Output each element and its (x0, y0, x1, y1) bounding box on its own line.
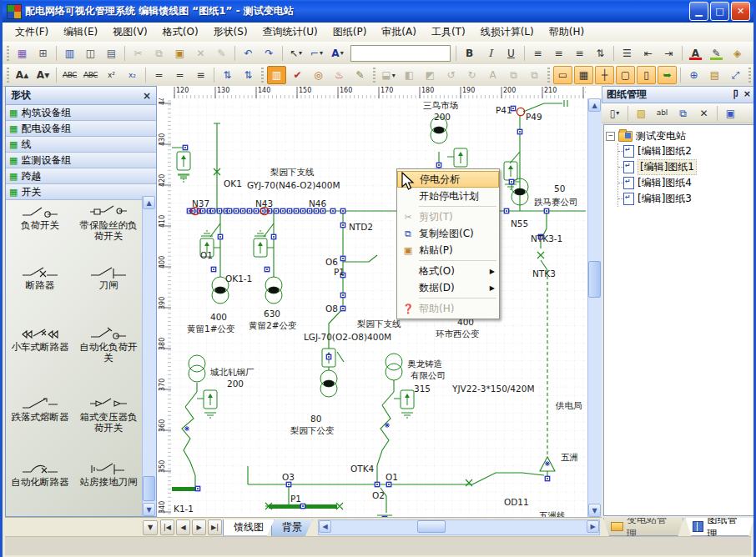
increase-indent-button[interactable]: ⇥ (659, 44, 678, 63)
menu-l[interactable]: 线损计算(L) (473, 23, 542, 42)
send-backward-button[interactable]: ⧉ (525, 66, 544, 84)
scroll-up-icon[interactable]: ▲ (143, 196, 155, 209)
highlight-color-button[interactable]: ✎ (707, 44, 726, 63)
increase-font-button[interactable]: A▴ (13, 66, 32, 84)
exit-edit-button[interactable]: ➥ (658, 66, 677, 84)
maximize-button[interactable]: □ (710, 2, 729, 21)
last-sheet-button[interactable]: ▶| (208, 519, 222, 535)
fill-color-button[interactable]: ◈ (728, 44, 747, 63)
shapes-scrollbar[interactable]: ▲ ▼ (142, 196, 156, 516)
tree-item-sheet-2[interactable]: [编辑]图纸1 (618, 159, 752, 175)
page-breaks-toggle-button[interactable]: ▯ (637, 66, 656, 84)
export-sheet-button[interactable]: ▣ (721, 104, 740, 123)
rotate-text-button[interactable]: A (483, 66, 502, 84)
flip-vertical-button[interactable]: ◩ (421, 66, 440, 84)
shape-group-1[interactable]: ▦配电设备组 (6, 121, 156, 137)
glue-toggle-button[interactable]: ▢ (616, 66, 635, 84)
align-right-button[interactable]: ≡ (570, 44, 589, 63)
copy-button[interactable]: ⧉ (149, 44, 169, 63)
stencil-ground-knife-switch[interactable]: 站房接地刀闸 (74, 459, 143, 514)
stamp-button[interactable]: ♨ (330, 66, 349, 84)
close-icon[interactable]: × (743, 88, 751, 101)
decrease-font-button[interactable]: A▾ (33, 66, 53, 84)
menu-u[interactable]: 查询统计(U) (255, 23, 325, 42)
menu-t[interactable]: 工具(T) (424, 23, 473, 42)
tree-item-sheet-3[interactable]: [编辑]图纸4 (618, 175, 752, 191)
superscript-button[interactable]: x² (102, 66, 121, 84)
bullet-list-button[interactable]: ☰ (617, 44, 637, 63)
toolbar-grip[interactable] (748, 68, 751, 83)
bring-forward-button[interactable]: ⧉ (504, 66, 523, 84)
scroll-down-icon[interactable]: ▼ (588, 504, 601, 517)
insert-picture-button[interactable]: ▥ (267, 66, 286, 84)
shape-group-2[interactable]: ▦线 (6, 137, 156, 153)
connector-arrows-button[interactable]: ⤢ (726, 66, 745, 84)
guides-toggle-button[interactable]: ┼ (595, 66, 614, 84)
decrease-indent-button[interactable]: ⇤ (638, 44, 658, 63)
redo-button[interactable]: ↷ (260, 44, 279, 63)
flip-horizontal-button[interactable]: ◧ (400, 66, 419, 84)
scroll-thumb[interactable] (143, 476, 155, 501)
cut-button[interactable]: ✂ (129, 44, 148, 63)
underline-button[interactable]: U (501, 44, 521, 63)
context-menu-item-format[interactable]: 格式(O)▶ (397, 263, 499, 279)
spacing-increase-button[interactable]: ⇅ (218, 66, 237, 84)
new-sheet-button[interactable]: ▯▾ (605, 104, 624, 123)
title-bar[interactable]: 配电网络可视化管理系统 编辑馈线图 “图纸1” - 测试变电站 ▁□✕ (3, 0, 753, 23)
stencil-knife-switch[interactable]: 刀闸 (74, 263, 143, 321)
rename-sheet-button[interactable]: abl (653, 104, 672, 123)
context-menu-item-help[interactable]: ❓帮助(H) (397, 300, 499, 317)
align-center-button[interactable]: ≡ (549, 44, 568, 63)
shapes-scroll-down-button[interactable]: ▼ (143, 520, 158, 535)
menu-s[interactable]: 形状(S) (206, 23, 255, 42)
stencil-fused-load-switch[interactable]: 带保险丝的负荷开关 (74, 203, 143, 259)
data-table-button[interactable]: ⊞ (33, 44, 53, 63)
tab-sheet-manage[interactable]: 图纸管理 (685, 518, 754, 536)
scroll-thumb[interactable] (588, 261, 601, 298)
context-menu-item-paste[interactable]: ▣粘贴(P) (397, 242, 499, 258)
context-menu-item-copy-drawing[interactable]: ⧉复制绘图(C) (397, 225, 499, 242)
canvas-hscrollbar[interactable]: ◀ ▶ (318, 519, 600, 535)
new-drawing-button[interactable]: ▦ (13, 44, 32, 63)
line-spacing-single-button[interactable]: = (149, 66, 169, 84)
shapes-panel-close-icon[interactable]: × (143, 90, 151, 102)
next-sheet-button[interactable]: ▶ (192, 519, 206, 535)
toolbar-grip[interactable] (261, 68, 264, 83)
print-preview-button[interactable]: ◫ (81, 44, 100, 63)
tab-substation-manage[interactable]: 变电站管理 (603, 518, 683, 536)
toolbar-grip[interactable] (7, 46, 9, 61)
scroll-down-icon[interactable]: ▼ (143, 503, 155, 516)
menu-a[interactable]: 审批(A) (374, 23, 424, 42)
grid-toggle-button[interactable]: ▦ (574, 66, 593, 84)
line-spacing-15-button[interactable]: = (170, 66, 189, 84)
tree-item-sheet-4[interactable]: [编辑]图纸3 (618, 191, 752, 207)
delete-sheet-button[interactable]: ✕ (694, 104, 713, 123)
scroll-right-icon[interactable]: ▶ (587, 520, 599, 533)
canvas-content[interactable]: 三鸟市场200P41P49OK1O1OK1-1梨园下支线GYJ-70(N46-O… (172, 98, 586, 517)
scroll-up-icon[interactable]: ▲ (588, 98, 601, 112)
rotate-right-button[interactable]: ↻ (462, 66, 481, 84)
format-painter-button[interactable]: ✎ (212, 44, 231, 63)
tab-background[interactable]: 背景 (271, 519, 313, 536)
align-shapes-button[interactable]: ⬓▾ (379, 66, 398, 84)
font-color-button[interactable]: A (686, 44, 705, 63)
diagram-canvas[interactable]: 120130140150160170180190200210220 440430… (157, 86, 602, 517)
search-drawing-button[interactable]: ◎ (309, 66, 328, 84)
context-menu-item-data[interactable]: 数据(D)▶ (397, 279, 499, 296)
note-edit-button[interactable]: ✎ (350, 66, 370, 84)
style-combo[interactable] (350, 45, 451, 62)
shape-group-0[interactable]: ▦构筑设备组 (6, 105, 156, 121)
stencil-dropout-fuse[interactable]: 跌落式熔断器 (6, 394, 74, 456)
approve-check-button[interactable]: ✔ (288, 66, 307, 84)
first-sheet-button[interactable]: |◀ (160, 519, 174, 535)
tree-item-sheet-1[interactable]: [编辑]图纸2 (618, 143, 752, 159)
stencil-breaker[interactable]: 断路器 (6, 263, 74, 321)
undo-button[interactable]: ↶ (239, 44, 258, 63)
subscript-button[interactable]: x₂ (123, 66, 142, 84)
context-menu-item-cut[interactable]: ✂剪切(T) (397, 208, 499, 225)
vertical-text-button[interactable]: ⇅ (591, 44, 610, 63)
menu-o[interactable]: 格式(O) (155, 23, 206, 42)
align-left-button[interactable]: ≡ (528, 44, 547, 63)
bold-button[interactable]: B (460, 44, 479, 63)
double-strikethrough-button[interactable]: ABC (81, 66, 100, 84)
